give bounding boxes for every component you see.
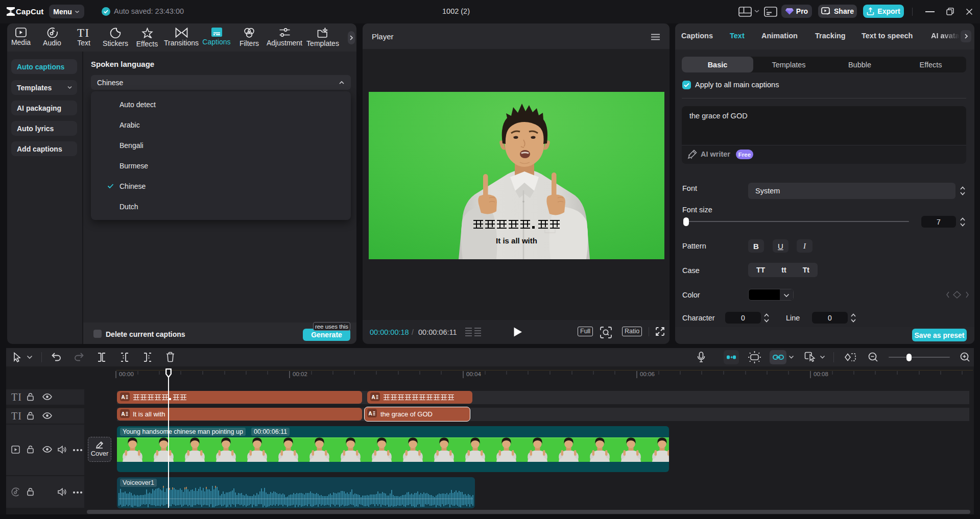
svg-text:A: A — [122, 394, 125, 400]
svg-text:TI: TI — [11, 392, 21, 402]
svg-text:A: A — [372, 394, 375, 400]
svg-text:TI: TI — [77, 28, 90, 38]
svg-text:A: A — [122, 411, 125, 416]
svg-text:A: A — [369, 411, 372, 416]
svg-text:TI: TI — [11, 411, 21, 421]
